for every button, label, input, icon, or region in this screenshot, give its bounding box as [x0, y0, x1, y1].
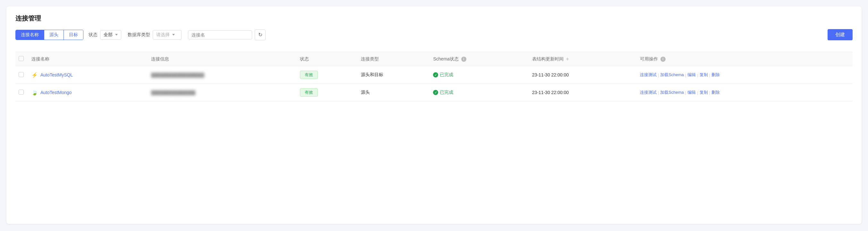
row-checkbox[interactable] — [19, 72, 24, 77]
done-icon: ✓ — [433, 72, 438, 77]
header-checkbox-cell — [16, 52, 28, 66]
actions-cell: 连接测试|加载Schema|编辑|复制|删除 — [640, 72, 849, 78]
action-删除[interactable]: 删除 — [711, 72, 720, 78]
action-编辑[interactable]: 编辑 — [687, 72, 696, 78]
done-icon: ✓ — [433, 90, 438, 95]
db-type-chevron-icon — [172, 34, 175, 36]
connection-type: 源头和目标 — [358, 66, 430, 84]
schema-status: ✓ 已完成 — [433, 89, 525, 95]
db-type-placeholder: 请选择 — [156, 32, 170, 38]
action-删除[interactable]: 删除 — [711, 89, 720, 95]
header-update-time: 表结构更新时间 — [529, 52, 637, 66]
action-separator: | — [697, 73, 698, 77]
schema-status-info-icon[interactable]: i — [461, 56, 466, 62]
action-separator: | — [697, 90, 698, 95]
header-operations: 可用操作 i — [637, 52, 852, 66]
create-button[interactable]: 创建 — [828, 29, 852, 40]
action-separator: | — [685, 73, 686, 77]
update-time-sort-icon[interactable] — [566, 57, 569, 61]
connection-type: 源头 — [358, 84, 430, 102]
refresh-button[interactable]: ↻ — [255, 30, 266, 40]
status-label: 状态 — [89, 32, 97, 38]
update-time: 23-11-30 22:00:00 — [529, 84, 637, 102]
db-type-label: 数据库类型 — [128, 32, 150, 38]
tab-group: 连接名称 源头 目标 — [16, 30, 84, 40]
table-row: 🍃AutoTestMongo███████████████.有效源头 ✓ 已完成… — [16, 84, 852, 102]
tab-all[interactable]: 连接名称 — [16, 30, 44, 40]
action-复制[interactable]: 复制 — [700, 89, 708, 95]
status-badge: 有效 — [300, 71, 318, 79]
action-连接测试[interactable]: 连接测试 — [640, 89, 657, 95]
mongo-icon: 🍃 — [31, 89, 38, 96]
status-select[interactable]: 全部 — [100, 30, 121, 40]
connections-table: 连接名称 连接信息 状态 连接类型 Schema状态 i 表结构更新时间 可用操… — [16, 52, 852, 102]
action-连接测试[interactable]: 连接测试 — [640, 72, 657, 78]
db-type-select[interactable]: 请选择 — [153, 30, 182, 40]
schema-status: ✓ 已完成 — [433, 72, 525, 78]
action-separator: | — [685, 90, 686, 95]
action-separator: | — [658, 73, 659, 77]
header-type: 连接类型 — [358, 52, 430, 66]
action-编辑[interactable]: 编辑 — [687, 89, 696, 95]
header-info: 连接信息 — [148, 52, 297, 66]
action-复制[interactable]: 复制 — [700, 72, 708, 78]
table-row: ⚡AutoTestMySQL██████████████████有效源头和目标 … — [16, 66, 852, 84]
status-selected-value: 全部 — [103, 32, 113, 38]
search-input[interactable] — [191, 32, 249, 37]
tab-target[interactable]: 目标 — [64, 30, 83, 40]
search-input-wrap — [188, 30, 252, 39]
connection-name[interactable]: ⚡AutoTestMySQL — [31, 72, 145, 78]
update-time: 23-11-30 22:00:00 — [529, 66, 637, 84]
row-checkbox[interactable] — [19, 89, 24, 95]
status-badge: 有效 — [300, 88, 318, 97]
header-schema-status: Schema状态 i — [430, 52, 529, 66]
tab-source[interactable]: 源头 — [44, 30, 64, 40]
mysql-icon: ⚡ — [31, 72, 38, 78]
page-title: 连接管理 — [16, 14, 852, 23]
status-chevron-icon — [115, 34, 118, 36]
connection-name[interactable]: 🍃AutoTestMongo — [31, 89, 145, 96]
refresh-icon: ↻ — [258, 32, 262, 38]
connection-info: ███████████████. — [151, 90, 197, 95]
action-加载Schema[interactable]: 加载Schema — [660, 72, 684, 78]
header-name: 连接名称 — [28, 52, 148, 66]
action-separator: | — [658, 90, 659, 95]
action-separator: | — [709, 90, 710, 95]
action-separator: | — [709, 73, 710, 77]
action-加载Schema[interactable]: 加载Schema — [660, 89, 684, 95]
header-status: 状态 — [297, 52, 358, 66]
toolbar: 连接名称 源头 目标 状态 全部 数据库类型 请选择 ↻ 创建 — [16, 29, 852, 45]
actions-cell: 连接测试|加载Schema|编辑|复制|删除 — [640, 89, 849, 95]
select-all-checkbox[interactable] — [19, 56, 24, 61]
connection-info: ██████████████████ — [151, 73, 204, 77]
operations-info-icon[interactable]: i — [660, 56, 665, 62]
